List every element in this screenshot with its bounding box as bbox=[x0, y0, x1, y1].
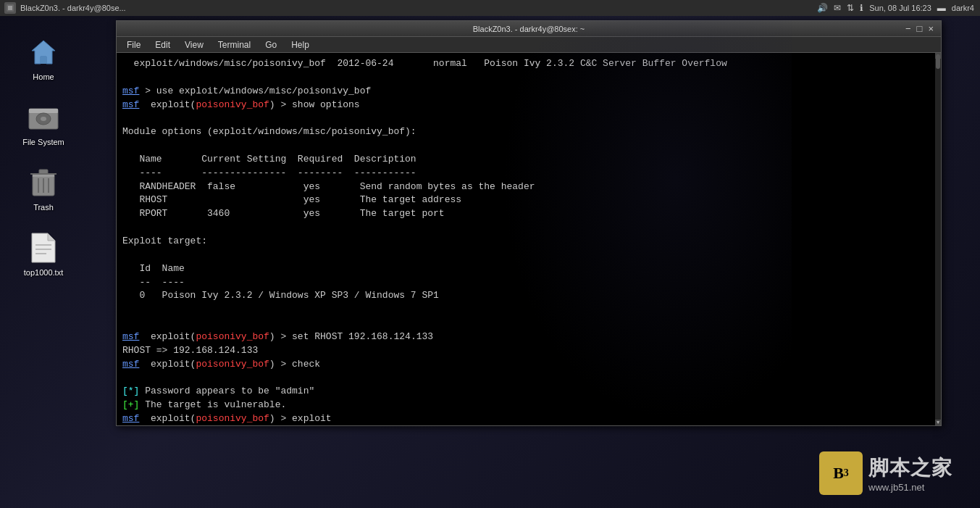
terminal-title: BlackZ0n3. - darkr4y@80sex: ~ bbox=[473, 25, 585, 33]
filesystem-label: File System bbox=[22, 138, 64, 146]
desktop-icons: Home File System bbox=[0, 22, 87, 290]
top1000-label: top1000.txt bbox=[24, 268, 63, 277]
taskbar-right: 🔊 ✉ ⇅ ℹ Sun, 08 Jul 16:23 ▬ darkr4 bbox=[817, 3, 980, 13]
file-icon bbox=[26, 230, 61, 265]
home-icon bbox=[26, 35, 61, 70]
minimize-button[interactable]: − bbox=[904, 23, 913, 34]
svg-point-7 bbox=[41, 117, 46, 121]
term-line: -- ---- bbox=[122, 276, 935, 290]
term-line: msf exploit(poisonivy_bof) > check bbox=[122, 358, 935, 372]
term-line: Module options (exploit/windows/misc/poi… bbox=[122, 125, 935, 139]
desktop: BlackZ0n3. - darkr4y@80se... 🔊 ✉ ⇅ ℹ Sun… bbox=[0, 0, 980, 508]
svg-rect-3 bbox=[41, 57, 46, 64]
svg-rect-5 bbox=[29, 109, 58, 113]
terminal-scrollbar[interactable]: ▲ ▼ bbox=[935, 53, 941, 425]
term-line: msf exploit(poisonivy_bof) > set RHOST 1… bbox=[122, 330, 935, 344]
term-line: ---- --------------- -------- ----------… bbox=[122, 167, 935, 180]
close-button[interactable]: × bbox=[926, 23, 935, 34]
term-line bbox=[122, 71, 935, 85]
info-icon[interactable]: ℹ bbox=[860, 3, 863, 13]
email-icon[interactable]: ✉ bbox=[834, 3, 841, 13]
desktop-icon-filesystem[interactable]: File System bbox=[7, 94, 80, 152]
watermark-text: 脚本之家 www.jb51.net bbox=[868, 454, 952, 493]
window-controls: − □ × bbox=[904, 23, 935, 34]
taskbar-datetime: Sun, 08 Jul 16:23 bbox=[869, 4, 931, 12]
term-line bbox=[122, 112, 935, 125]
term-line: msf exploit(poisonivy_bof) > show option… bbox=[122, 99, 935, 112]
desktop-icon-top1000[interactable]: top1000.txt bbox=[7, 225, 80, 283]
term-line: [*] Password appears to be "admin" bbox=[122, 385, 935, 399]
watermark: B 3 脚本之家 www.jb51.net bbox=[792, 444, 980, 502]
taskbar-top: BlackZ0n3. - darkr4y@80se... 🔊 ✉ ⇅ ℹ Sun… bbox=[0, 0, 980, 16]
watermark-sub-text: www.jb51.net bbox=[868, 482, 952, 493]
maximize-button[interactable]: □ bbox=[916, 23, 924, 34]
watermark-logo: B 3 bbox=[819, 451, 863, 495]
volume-icon[interactable]: 🔊 bbox=[817, 3, 828, 13]
taskbar-app-icon[interactable] bbox=[4, 2, 16, 14]
menu-go[interactable]: Go bbox=[258, 38, 284, 51]
menu-file[interactable]: File bbox=[120, 38, 148, 51]
network-icon[interactable]: ⇅ bbox=[847, 3, 854, 13]
taskbar-app-label: BlackZ0n3. - darkr4y@80se... bbox=[20, 4, 126, 12]
term-line bbox=[122, 317, 935, 330]
terminal-menubar: File Edit View Terminal Go Help bbox=[117, 37, 941, 53]
scrollbar-thumb[interactable] bbox=[936, 54, 940, 69]
term-line bbox=[122, 221, 935, 235]
menu-terminal[interactable]: Terminal bbox=[211, 38, 258, 51]
term-line: RHOST => 192.168.124.133 bbox=[122, 344, 935, 358]
scrollbar-down[interactable]: ▼ bbox=[935, 420, 941, 425]
trash-label: Trash bbox=[33, 203, 54, 212]
terminal-window: BlackZ0n3. - darkr4y@80sex: ~ − □ × File… bbox=[116, 20, 942, 426]
svg-marker-16 bbox=[48, 233, 55, 241]
filesystem-icon bbox=[26, 100, 61, 135]
desktop-icon-home[interactable]: Home bbox=[7, 29, 80, 87]
term-line: 0 Poison Ivy 2.3.2 / Windows XP SP3 / Wi… bbox=[122, 289, 935, 303]
home-label: Home bbox=[33, 72, 54, 81]
term-line: msf > use exploit/windows/misc/poisonivy… bbox=[122, 85, 935, 99]
term-line: msf exploit(poisonivy_bof) > exploit bbox=[122, 412, 935, 425]
term-line: Name Current Setting Required Descriptio… bbox=[122, 153, 935, 167]
svg-rect-1 bbox=[8, 6, 12, 10]
term-line bbox=[122, 249, 935, 262]
term-line bbox=[122, 371, 935, 385]
terminal-body[interactable]: exploit/windows/misc/poisonivy_bof 2012-… bbox=[117, 53, 941, 425]
term-line bbox=[122, 303, 935, 317]
taskbar-left: BlackZ0n3. - darkr4y@80se... bbox=[0, 2, 126, 14]
watermark-main-text: 脚本之家 bbox=[868, 454, 952, 482]
term-line: RPORT 3460 yes The target port bbox=[122, 207, 935, 221]
term-line: RHOST yes The target address bbox=[122, 193, 935, 207]
menu-help[interactable]: Help bbox=[284, 38, 317, 51]
menu-view[interactable]: View bbox=[177, 38, 211, 51]
taskbar-user: darkr4 bbox=[952, 4, 974, 12]
terminal-titlebar: BlackZ0n3. - darkr4y@80sex: ~ − □ × bbox=[117, 21, 941, 37]
term-line bbox=[122, 139, 935, 153]
term-line: RANDHEADER false yes Send random bytes a… bbox=[122, 180, 935, 194]
display-icon[interactable]: ▬ bbox=[937, 3, 946, 13]
term-line: [+] The target is vulnerable. bbox=[122, 399, 935, 412]
term-line: Exploit target: bbox=[122, 235, 935, 249]
menu-edit[interactable]: Edit bbox=[148, 38, 177, 51]
term-line: Id Name bbox=[122, 262, 935, 276]
trash-icon bbox=[26, 165, 61, 200]
desktop-icon-trash[interactable]: Trash bbox=[7, 159, 80, 217]
term-line: exploit/windows/misc/poisonivy_bof 2012-… bbox=[122, 57, 935, 71]
